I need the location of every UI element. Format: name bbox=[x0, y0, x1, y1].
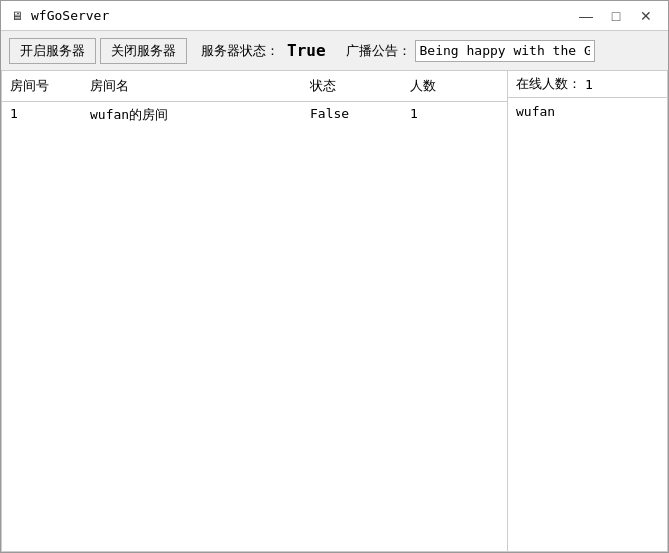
header-room-name: 房间名 bbox=[82, 75, 302, 97]
close-button[interactable]: ✕ bbox=[632, 5, 660, 27]
app-icon: 🖥 bbox=[9, 8, 25, 24]
table-row: 1 wufan的房间 False 1 bbox=[2, 102, 507, 128]
broadcast-input[interactable] bbox=[415, 40, 595, 62]
header-status: 状态 bbox=[302, 75, 402, 97]
minimize-button[interactable]: — bbox=[572, 5, 600, 27]
status-value: True bbox=[287, 41, 326, 60]
online-label: 在线人数： bbox=[516, 75, 581, 93]
table-header: 房间号 房间名 状态 人数 bbox=[2, 71, 507, 102]
main-window: 🖥 wfGoServer — □ ✕ 开启服务器 关闭服务器 服务器状态： Tr… bbox=[0, 0, 669, 553]
main-content: 房间号 房间名 状态 人数 1 wufan的房间 False 1 在线人数： 1… bbox=[1, 71, 668, 552]
close-server-button[interactable]: 关闭服务器 bbox=[100, 38, 187, 64]
maximize-button[interactable]: □ bbox=[602, 5, 630, 27]
broadcast-label: 广播公告： bbox=[346, 42, 411, 60]
status-label: 服务器状态： bbox=[201, 42, 279, 60]
header-count: 人数 bbox=[402, 75, 462, 97]
room-table-panel: 房间号 房间名 状态 人数 1 wufan的房间 False 1 bbox=[1, 71, 508, 552]
cell-room-no: 1 bbox=[2, 104, 82, 126]
window-controls: — □ ✕ bbox=[572, 5, 660, 27]
window-title: wfGoServer bbox=[31, 8, 572, 23]
cell-room-name: wufan的房间 bbox=[82, 104, 302, 126]
online-header: 在线人数： 1 bbox=[508, 71, 667, 98]
title-bar: 🖥 wfGoServer — □ ✕ bbox=[1, 1, 668, 31]
open-server-button[interactable]: 开启服务器 bbox=[9, 38, 96, 64]
online-user: wufan bbox=[516, 102, 659, 123]
online-count: 1 bbox=[585, 77, 593, 92]
online-list: wufan bbox=[508, 98, 667, 551]
cell-count: 1 bbox=[402, 104, 462, 126]
header-room-no: 房间号 bbox=[2, 75, 82, 97]
toolbar: 开启服务器 关闭服务器 服务器状态： True 广播公告： bbox=[1, 31, 668, 71]
cell-status: False bbox=[302, 104, 402, 126]
online-panel: 在线人数： 1 wufan bbox=[508, 71, 668, 552]
